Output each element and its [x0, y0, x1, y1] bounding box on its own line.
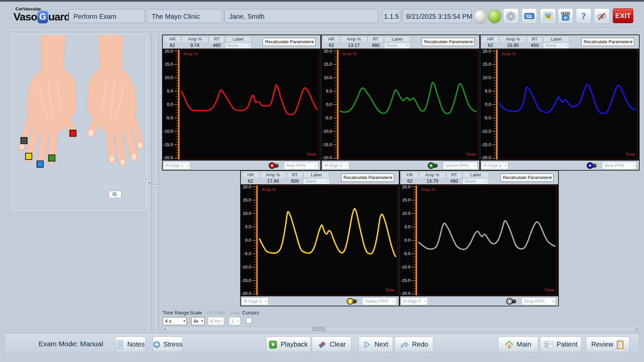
ppg-waveform: [340, 82, 476, 114]
screen-title: Perform Exam: [69, 9, 145, 23]
chart-rt-value: 460: [209, 42, 225, 49]
patient-name: Jane, Smith: [224, 9, 379, 23]
chart-amp_pct-value: 13.75: [419, 178, 446, 184]
settings-button[interactable]: [503, 8, 519, 24]
green-sensor-square[interactable]: [48, 155, 55, 162]
vasoguard-window: CorVascular. VasoGuard. Perform Exam The…: [0, 0, 644, 362]
scroll-right-arrow-icon[interactable]: ►: [635, 327, 639, 331]
svg-text:-5.0: -5.0: [403, 251, 411, 256]
time-range-select[interactable]: 4 s: [163, 317, 187, 325]
chart-amp_pct-value: 17.94: [260, 178, 286, 184]
digit-site-select: R-Digit 3: [481, 162, 508, 169]
chart-header: HR62 Amp %13.17 RT480 LabelNone Recalcul…: [322, 35, 479, 49]
scale-select[interactable]: 4x: [191, 317, 205, 325]
ppg-chart-panel-3: HR62 Amp %10.90 RT450 LabelNone Recalcul…: [480, 35, 640, 171]
recalculate-parameters-select[interactable]: Recalculate Parameters: [341, 174, 394, 182]
recalculate-parameters-select[interactable]: Recalculate Parameters: [581, 38, 634, 46]
chart-column-header: HR: [482, 36, 499, 42]
svg-text:10.0: 10.0: [483, 75, 491, 80]
header-separator: [5, 28, 639, 29]
exit-button[interactable]: EXIT: [613, 8, 633, 23]
red-sensor-square[interactable]: [69, 130, 76, 137]
zoom-out-button[interactable]: [109, 191, 121, 198]
cursors-checkbox[interactable]: [246, 318, 252, 323]
amp-axis-label: Amp %: [342, 51, 357, 56]
sensor-toggle-icon[interactable]: [506, 298, 518, 305]
ppg-channel-select: Yellow PPG: [362, 298, 396, 305]
chart-label-select: None: [384, 43, 410, 49]
ppg-waveform: [419, 221, 555, 249]
chart-hr-value: 62: [401, 178, 419, 184]
patient-button[interactable]: Patient: [540, 337, 582, 352]
time-axis-label: Time: [466, 152, 475, 157]
svg-text:-10.0: -10.0: [322, 129, 332, 134]
recalculate-parameters-select[interactable]: Recalculate Parameters: [500, 174, 553, 182]
toolbar-separator: [5, 333, 639, 334]
ppg-channel-select: Blue PPG: [602, 162, 636, 169]
privacy-button[interactable]: [594, 8, 609, 24]
svg-text:?: ?: [581, 11, 586, 21]
help-button[interactable]: ?: [576, 8, 591, 24]
video-playback-button[interactable]: [558, 8, 573, 24]
sensor-toggle-icon[interactable]: [587, 162, 598, 169]
scrollbar-thumb[interactable]: [312, 327, 326, 331]
svg-text:5.0: 5.0: [245, 224, 251, 229]
svg-text:-5.0: -5.0: [484, 115, 491, 120]
ppg-chart-panel-2: HR62 Amp %13.17 RT480 LabelNone Recalcul…: [321, 35, 480, 171]
ppg-waveform: [260, 209, 395, 256]
ppg-waveform-plot: -20.0-15.0-10.0-5.00.05.010.015.020.0 Am…: [241, 184, 399, 296]
chart-column-header: Label: [303, 172, 329, 178]
svg-text:-15.0: -15.0: [322, 142, 332, 147]
recalculate-parameters-select[interactable]: Recalculate Parameters: [263, 38, 316, 46]
keyboard-button[interactable]: [522, 8, 537, 24]
stress-button[interactable]: Stress: [153, 337, 183, 352]
notes-button[interactable]: Notes: [115, 337, 146, 352]
digit-site-select: R-Digit 2: [322, 162, 349, 169]
patient-card-icon: [544, 341, 553, 349]
amp-axis-label: Amp %: [262, 187, 276, 192]
sensor-toggle-icon[interactable]: [428, 162, 439, 169]
chart-horizontal-scrollbar[interactable]: ◄ ►: [162, 326, 640, 331]
svg-text:5.0: 5.0: [167, 88, 173, 94]
datetime-label: 8/21/2025 3:15:54 PM: [402, 9, 472, 23]
status-light-green: [488, 9, 501, 24]
gear-icon: [506, 11, 516, 21]
chart-hr-value: 62: [323, 42, 340, 49]
gray-sensor-square[interactable]: [20, 137, 28, 144]
splitter-collapse-button-1[interactable]: ◄: [147, 180, 151, 186]
svg-text:15.0: 15.0: [165, 62, 173, 67]
time-axis-label: Time: [544, 288, 554, 293]
svg-text:5.0: 5.0: [326, 88, 332, 94]
splitter-collapse-button-2[interactable]: ◄: [154, 181, 158, 187]
svg-text:-10.0: -10.0: [241, 264, 251, 269]
ppg-waveform: [499, 84, 636, 114]
yellow-sensor-square[interactable]: [25, 153, 32, 160]
logo-text-left: Vaso: [13, 11, 37, 23]
chart-column-header: Label: [463, 172, 489, 178]
next-button[interactable]: Next: [359, 337, 393, 352]
sensor-toggle-icon[interactable]: [269, 162, 280, 169]
clear-button[interactable]: Clear: [312, 337, 352, 352]
time-axis-label: Time: [625, 152, 635, 157]
main-button[interactable]: Main: [498, 337, 538, 352]
magnifier-icon: [111, 192, 119, 197]
chart-column-header: HR: [164, 36, 181, 42]
svg-text:5.0: 5.0: [405, 224, 411, 229]
blue-sensor-square[interactable]: [37, 161, 44, 168]
gain-label: Gain: [229, 310, 240, 315]
hands-sensor-panel: [12, 35, 146, 209]
playback-button[interactable]: Playback: [266, 337, 311, 352]
chart-column-header: HR: [242, 172, 259, 178]
scroll-left-arrow-icon[interactable]: ◄: [162, 327, 167, 331]
version-label: 1.1.5: [382, 9, 400, 23]
chart-column-header: Label: [543, 36, 569, 42]
logo-g-shield-icon: G: [38, 11, 48, 23]
snapshot-button[interactable]: [540, 8, 556, 24]
sensor-toggle-icon[interactable]: [347, 298, 358, 305]
review-button[interactable]: Review: [586, 337, 630, 352]
svg-text:20.0: 20.0: [243, 184, 251, 189]
recalculate-parameters-select[interactable]: Recalculate Parameters: [422, 38, 475, 46]
redo-button[interactable]: Redo: [394, 337, 433, 352]
svg-text:0.0: 0.0: [167, 102, 173, 107]
home-icon: [505, 340, 514, 349]
